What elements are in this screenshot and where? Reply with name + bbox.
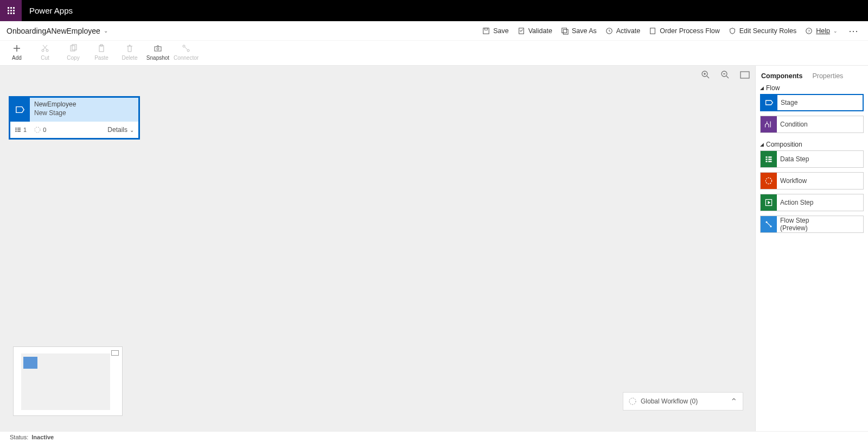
svg-rect-33 — [768, 156, 771, 157]
svg-rect-30 — [765, 156, 767, 157]
svg-rect-35 — [768, 161, 771, 162]
svg-rect-32 — [765, 161, 767, 162]
global-workflow-bar[interactable]: Global Workflow (0) ⌃ — [623, 392, 743, 411]
help-icon: ? — [805, 27, 813, 35]
stage-titles: NewEmployee New Stage — [30, 98, 80, 122]
validate-button[interactable]: Validate — [518, 27, 552, 35]
right-panel: Components Properties ◢ Flow Stage Condi… — [755, 66, 868, 431]
save-as-icon — [561, 27, 569, 35]
add-button[interactable]: Add — [3, 43, 30, 61]
help-button[interactable]: ? Help ⌄ — [805, 27, 838, 35]
save-as-button[interactable]: Save As — [561, 27, 597, 35]
svg-rect-27 — [17, 131, 21, 132]
edit-security-roles-button[interactable]: Edit Security Roles — [729, 27, 797, 35]
svg-rect-3 — [562, 28, 567, 33]
connector-icon — [182, 44, 190, 53]
component-data-step[interactable]: Data Step — [760, 150, 864, 168]
zoom-out-button[interactable] — [720, 70, 730, 80]
flow-step-icon — [761, 216, 777, 232]
stage-card[interactable]: NewEmployee New Stage 1 0 Details — [9, 96, 140, 140]
component-condition[interactable]: Condition — [760, 116, 864, 133]
section-composition-header[interactable]: ◢ Composition — [760, 141, 864, 148]
fit-to-screen-icon — [740, 71, 750, 79]
main-area: NewEmployee New Stage 1 0 Details — [0, 66, 868, 431]
activate-icon — [605, 27, 613, 35]
waffle-launcher[interactable] — [0, 0, 22, 21]
fit-to-screen-button[interactable] — [740, 70, 750, 80]
more-actions-button[interactable]: ⋯ — [846, 25, 861, 37]
section-flow: ◢ Flow Stage Condition — [756, 81, 868, 137]
toolbar: Add Cut Copy Paste Delete Snapshot Conne… — [0, 41, 868, 66]
stage-name-label: New Stage — [34, 109, 76, 118]
component-stage[interactable]: Stage — [760, 94, 864, 111]
svg-text:?: ? — [808, 29, 810, 33]
stage-header: NewEmployee New Stage — [10, 98, 138, 122]
minimap-toggle-icon[interactable] — [111, 350, 119, 356]
svg-point-9 — [42, 49, 44, 52]
section-composition: ◢ Composition Data Step Workflow Action — [756, 137, 868, 237]
svg-rect-23 — [15, 129, 17, 130]
process-name-dropdown[interactable]: OnboardingANewEmployee ⌄ — [7, 27, 108, 35]
stage-workflow-count: 0 — [34, 127, 46, 133]
connector-button[interactable]: Connector — [173, 43, 200, 61]
svg-rect-31 — [765, 159, 767, 160]
order-process-flow-button[interactable]: Order Process Flow — [649, 27, 719, 35]
activate-button[interactable]: Activate — [605, 27, 640, 35]
canvas[interactable]: NewEmployee New Stage 1 0 Details — [0, 66, 755, 431]
status-label: Status: — [10, 434, 28, 440]
stage-icon — [761, 95, 777, 110]
global-workflow-icon — [629, 397, 636, 405]
app-name-label: Power Apps — [22, 6, 80, 15]
status-value: Inactive — [31, 434, 54, 440]
tab-components[interactable]: Components — [761, 72, 802, 81]
delete-icon — [125, 44, 134, 53]
stage-step-count: 1 — [15, 127, 27, 133]
zoom-in-icon — [701, 71, 710, 79]
chevron-down-icon: ⌄ — [104, 28, 108, 34]
minimap[interactable] — [13, 346, 123, 416]
component-action-step[interactable]: Action Step — [760, 194, 864, 211]
component-flow-step[interactable]: Flow Step (Preview) — [760, 216, 864, 233]
process-name-text: OnboardingANewEmployee — [7, 27, 100, 35]
svg-rect-24 — [15, 131, 17, 132]
section-flow-header[interactable]: ◢ Flow — [760, 84, 864, 92]
cut-icon — [41, 44, 49, 53]
paste-icon — [97, 44, 106, 53]
stage-icon — [10, 98, 30, 122]
status-bar: Status: Inactive — [0, 431, 868, 442]
chevron-down-icon: ⌄ — [130, 127, 134, 133]
minimap-view — [21, 353, 110, 410]
stage-metrics: 1 0 — [15, 127, 46, 133]
header-actions: Save Validate Save As Activate Order Pro… — [482, 25, 861, 37]
component-workflow[interactable]: Workflow — [760, 172, 864, 190]
app-top-bar: Power Apps — [0, 0, 868, 21]
condition-icon — [761, 116, 777, 132]
save-button[interactable]: Save — [482, 27, 509, 35]
snapshot-button[interactable]: Snapshot — [144, 43, 171, 61]
copy-icon — [69, 44, 78, 53]
delete-button[interactable]: Delete — [116, 43, 143, 61]
svg-rect-6 — [650, 28, 655, 34]
data-step-icon — [761, 151, 777, 167]
stage-body: 1 0 Details ⌄ — [10, 122, 138, 138]
zoom-out-icon — [721, 71, 730, 79]
zoom-in-button[interactable] — [701, 70, 711, 80]
chevron-down-icon: ⌄ — [833, 28, 838, 34]
header-row: OnboardingANewEmployee ⌄ Save Validate S… — [0, 21, 868, 41]
svg-point-28 — [35, 127, 40, 132]
svg-rect-15 — [155, 47, 161, 51]
tab-properties[interactable]: Properties — [812, 72, 843, 81]
waffle-icon — [8, 7, 15, 14]
panel-tabs: Components Properties — [756, 66, 868, 81]
svg-point-17 — [183, 45, 185, 47]
stage-entity-label: NewEmployee — [34, 100, 76, 109]
stage-details-button[interactable]: Details ⌄ — [107, 126, 134, 134]
paste-button[interactable]: Paste — [88, 43, 115, 61]
save-icon — [482, 27, 490, 35]
global-workflow-label: Global Workflow (0) — [641, 397, 698, 405]
copy-button[interactable]: Copy — [60, 43, 87, 61]
svg-rect-25 — [17, 128, 21, 129]
minimap-stage-icon — [23, 357, 37, 369]
action-step-icon — [761, 194, 777, 211]
cut-button[interactable]: Cut — [31, 43, 59, 61]
